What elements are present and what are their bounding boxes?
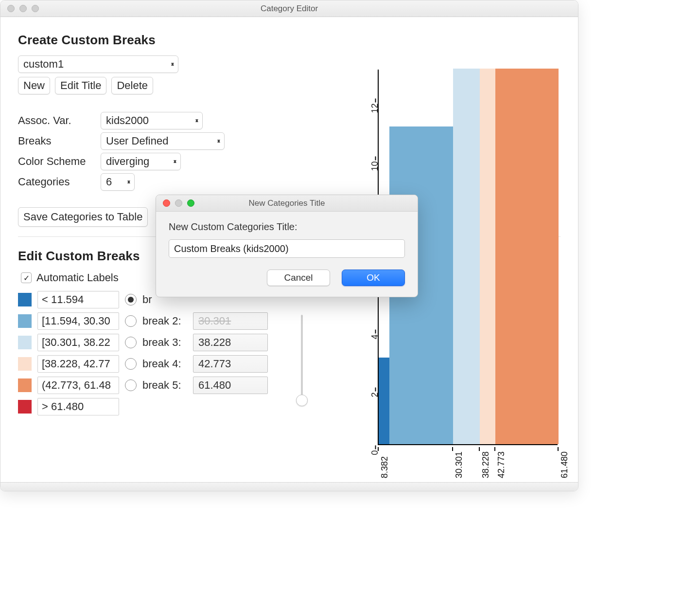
break-label: break 4:: [142, 358, 187, 370]
y-tick-label: 12: [370, 104, 380, 118]
category-label-input[interactable]: > 61.480: [37, 398, 119, 415]
break-label: break 3:: [142, 336, 187, 349]
break-radio[interactable]: [125, 379, 137, 391]
create-section-title: Create Custom Breaks: [18, 33, 560, 48]
break-value-input[interactable]: 42.773: [193, 355, 268, 373]
dialog-titlebar[interactable]: New Categories Title: [156, 195, 418, 212]
break-label: break 2:: [142, 315, 187, 327]
assoc-var-label: Assoc. Var.: [18, 114, 101, 127]
assoc-var-select[interactable]: kids2000 ▲▼: [101, 112, 203, 129]
break-radio[interactable]: [125, 315, 137, 327]
preset-select[interactable]: custom1 ▲▼: [18, 55, 178, 73]
new-categories-title-dialog: New Categories Title New Custom Categori…: [156, 195, 418, 297]
color-scheme-label: Color Scheme: [18, 155, 101, 168]
y-tick-label: 2: [370, 393, 380, 407]
histogram-bar: [453, 69, 480, 444]
y-tick-label: 10: [370, 162, 380, 176]
automatic-labels-checkbox[interactable]: ✓: [21, 272, 32, 283]
break-label: break 5:: [142, 379, 187, 392]
x-tick-label: 30.301: [454, 451, 464, 478]
break-radio[interactable]: [125, 358, 137, 370]
color-swatch[interactable]: [18, 336, 32, 349]
category-label-input[interactable]: [38.228, 42.77: [37, 355, 119, 373]
color-swatch[interactable]: [18, 400, 32, 414]
edit-title-button[interactable]: Edit Title: [55, 77, 106, 94]
break-value-input[interactable]: 61.480: [193, 377, 268, 394]
categories-label: Categories: [18, 176, 101, 188]
titlebar[interactable]: Category Editor: [0, 0, 578, 17]
dialog-prompt: New Custom Categories Title:: [169, 221, 405, 233]
break-value-input[interactable]: 38.228: [193, 334, 268, 351]
breaks-label: Breaks: [18, 135, 101, 147]
x-tick-label: 8.382: [380, 456, 390, 478]
histogram-bar: [480, 69, 495, 444]
x-tick-label: 38.228: [481, 451, 491, 478]
window-title: Category Editor: [0, 4, 578, 14]
break-radio[interactable]: [125, 294, 137, 306]
x-tick-label: 42.773: [496, 451, 507, 478]
category-label-input[interactable]: < 11.594: [37, 291, 119, 308]
save-categories-button[interactable]: Save Categories to Table: [18, 207, 148, 227]
color-swatch[interactable]: [18, 293, 32, 306]
color-swatch[interactable]: [18, 314, 32, 328]
delete-button[interactable]: Delete: [111, 77, 153, 94]
dialog-title: New Categories Title: [156, 198, 418, 208]
category-label-input[interactable]: (42.773, 61.48: [37, 377, 119, 394]
cancel-button[interactable]: Cancel: [267, 270, 330, 286]
color-scheme-select[interactable]: diverging ▲▼: [101, 153, 181, 170]
categories-stepper[interactable]: 6 ▲▼: [101, 173, 135, 191]
new-button[interactable]: New: [18, 77, 50, 94]
histogram-bar: [495, 69, 559, 444]
y-tick-label: 4: [370, 335, 380, 349]
break-value-input[interactable]: 30.301: [193, 312, 268, 330]
break-radio[interactable]: [125, 337, 137, 348]
break-slider[interactable]: [296, 315, 308, 406]
x-tick-label: 61.480: [560, 451, 570, 478]
automatic-labels-text: Automatic Labels: [36, 271, 119, 284]
color-swatch[interactable]: [18, 357, 32, 371]
ok-button[interactable]: OK: [342, 270, 405, 286]
category-label-input[interactable]: [11.594, 30.30: [37, 312, 119, 330]
slider-thumb[interactable]: [296, 395, 308, 406]
dialog-title-input[interactable]: Custom Breaks (kids2000): [169, 239, 405, 258]
category-label-input[interactable]: [30.301, 38.22: [37, 334, 119, 351]
breaks-select[interactable]: User Defined ▲▼: [101, 132, 225, 150]
color-swatch[interactable]: [18, 378, 32, 392]
statusbar: [0, 482, 578, 491]
histogram-bar: [379, 358, 389, 444]
